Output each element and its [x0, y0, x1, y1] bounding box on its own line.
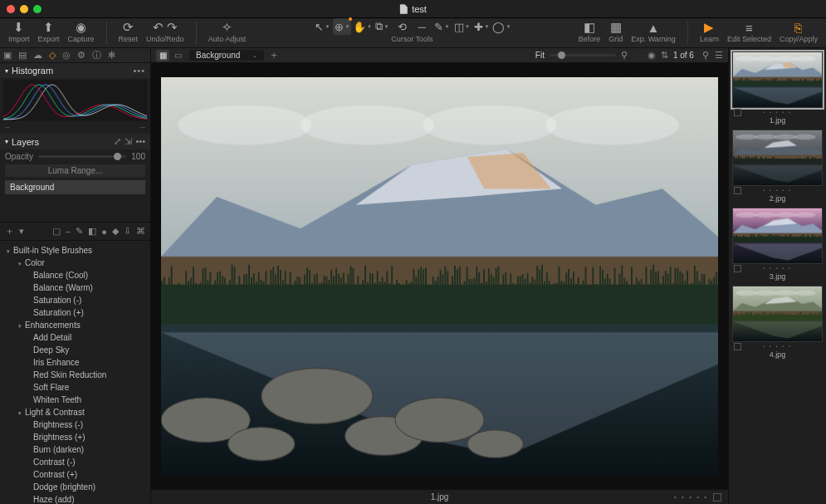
arrow-tool[interactable]: ↖▼ [313, 18, 331, 35]
grid-button[interactable]: ▦Grid [605, 18, 626, 48]
circle-icon[interactable]: ● [101, 227, 107, 237]
brush-item[interactable]: Dodge (brighten) [0, 481, 150, 493]
brush-item[interactable]: Burn (darken) [0, 443, 150, 456]
add-breadcrumb-button[interactable]: ＋ [269, 48, 279, 62]
brush-item[interactable]: Brightness (+) [0, 431, 150, 443]
more-icon[interactable]: ••• [135, 136, 145, 147]
before-button[interactable]: ◧Before [575, 18, 604, 48]
brush-item[interactable]: Iris Enhance [0, 356, 150, 369]
zoom-fit-label[interactable]: Fit [535, 51, 545, 60]
mask-minus-icon[interactable]: − [66, 227, 71, 237]
minimize-window-icon[interactable] [20, 5, 28, 13]
gear-icon[interactable]: ✻ [108, 50, 115, 61]
brush-item[interactable]: Saturation (-) [0, 294, 150, 306]
view-single-icon[interactable]: ▭ [171, 50, 184, 61]
expand-icon[interactable]: ⤢ [114, 136, 121, 147]
search-icon[interactable]: ⚲ [702, 50, 709, 60]
export-button[interactable]: ⬆Export [35, 18, 63, 48]
brush-root[interactable]: ▾Built-in Style Brushes [0, 244, 150, 257]
brush-group[interactable]: ▾Light & Contrast [0, 406, 150, 418]
more-icon[interactable]: ••• [133, 66, 145, 76]
person-icon[interactable]: ⇩ [124, 226, 131, 237]
brush-group[interactable]: ▾Color [0, 257, 150, 269]
breadcrumb-dropdown[interactable]: Background⌄ [189, 50, 264, 61]
brush-item[interactable]: Contrast (-) [0, 456, 150, 468]
heal-tool[interactable]: ✚▼ [472, 18, 491, 35]
canvas-area[interactable] [151, 63, 728, 489]
brush-item[interactable]: Balance (Warm) [0, 281, 150, 294]
thumbnail[interactable]: • • • • •2.jpg [732, 130, 823, 203]
zoom-slider[interactable] [550, 54, 616, 56]
horizon-tool[interactable]: ─ [413, 18, 431, 35]
target-icon[interactable]: ◎ [62, 50, 71, 61]
erase-tool[interactable]: ◫▼ [452, 18, 471, 35]
brush-item[interactable]: Brightness (-) [0, 418, 150, 431]
brush-item[interactable]: Haze (add) [0, 493, 150, 504]
brush-icon[interactable]: ✎ [76, 226, 83, 237]
brush-item[interactable]: Whiten Teeth [0, 394, 150, 406]
thumb-checkbox[interactable] [734, 343, 741, 350]
shape-icon[interactable]: ◆ [112, 226, 119, 237]
thumb-rating[interactable]: • • • • • [763, 110, 792, 115]
luma-range-button[interactable]: Luma Range... [5, 164, 145, 177]
thumb-rating[interactable]: • • • • • [763, 344, 792, 349]
brush-group[interactable]: ▾Enhancements [0, 319, 150, 331]
exposure-warning-button[interactable]: ▲Exp. Warning [628, 18, 679, 48]
mask-square-icon[interactable]: ▢ [52, 226, 61, 237]
brush-item[interactable]: Balance (Cool) [0, 269, 150, 281]
undo-redo-button[interactable]: ↶ ↷Undo/Redo [143, 18, 188, 48]
link-icon[interactable]: ⌘ [136, 226, 145, 237]
brush-item[interactable]: Red Skin Reduction [0, 369, 150, 381]
zoom-search-icon[interactable]: ⚲ [621, 50, 628, 61]
thumb-checkbox[interactable] [734, 265, 741, 272]
opacity-slider[interactable] [38, 155, 126, 158]
thumbnail[interactable]: • • • • •3.jpg [732, 208, 823, 281]
capture-button[interactable]: ◉Capture [65, 18, 98, 48]
copy-apply-button[interactable]: ⎘Copy/Apply [776, 18, 821, 48]
brush-tool[interactable]: ✎▼ [433, 18, 451, 35]
crop-tool[interactable]: ⧉▼ [373, 18, 391, 35]
import-button[interactable]: ⬇Import [5, 18, 33, 48]
view-grid-icon[interactable]: ▦ [156, 50, 169, 61]
close-window-icon[interactable] [7, 5, 15, 13]
thumb-rating[interactable]: • • • • • [763, 188, 792, 193]
filter-icon[interactable]: ☰ [715, 50, 723, 60]
brush-item[interactable]: Add Detail [0, 331, 150, 344]
layer-options-button[interactable]: ▾ [19, 226, 24, 237]
layer-item-background[interactable]: Background [5, 180, 145, 194]
sort-icon[interactable]: ⇅ [661, 50, 668, 61]
erase-icon: ◫ [454, 21, 464, 33]
thumb-rating[interactable]: • • • • • [763, 266, 792, 271]
thumbnail[interactable]: • • • • •4.jpg [732, 286, 823, 359]
brush-item[interactable]: Contrast (+) [0, 468, 150, 481]
rating-dots[interactable]: • • • • • [674, 493, 708, 501]
gradient-icon[interactable]: ◧ [88, 226, 96, 237]
add-layer-button[interactable]: ＋ [5, 225, 14, 237]
meta-icon[interactable]: ◇ [49, 50, 56, 61]
histogram-header[interactable]: ▾ Histogram ••• [0, 63, 150, 78]
cloud-icon[interactable]: ☁ [33, 50, 42, 61]
layers-header[interactable]: ▾ Layers ⤢ ⇲ ••• [0, 134, 150, 149]
thumbnail[interactable]: • • • • •1.jpg [732, 51, 823, 125]
brush-item[interactable]: Deep Sky [0, 344, 150, 356]
image-icon[interactable]: ▤ [18, 50, 27, 61]
reset-button[interactable]: ⟳Reset [115, 18, 142, 48]
thumb-checkbox[interactable] [734, 187, 741, 194]
info-icon[interactable]: ⓘ [92, 49, 101, 61]
hand-tool[interactable]: ✋▼ [353, 18, 371, 35]
brush-item[interactable]: Saturation (+) [0, 306, 150, 319]
rotate-tool[interactable]: ⟲ [393, 18, 411, 35]
edit-selected-button[interactable]: ≡Edit Selected [724, 18, 775, 48]
thumb-checkbox[interactable] [734, 109, 741, 116]
lasso-tool[interactable]: ◯▼ [492, 18, 511, 35]
visibility-icon[interactable]: ◉ [648, 50, 656, 61]
picker-tool[interactable]: ⊕▼ [333, 18, 351, 35]
auto-adjust-button[interactable]: ✧Auto Adjust [205, 18, 250, 48]
zoom-window-icon[interactable] [33, 5, 42, 13]
adjust-icon[interactable]: ⚙ [77, 50, 86, 61]
folder-icon[interactable]: ▣ [3, 50, 12, 61]
collapse-icon[interactable]: ⇲ [125, 136, 132, 147]
brush-item[interactable]: Soft Flare [0, 381, 150, 394]
select-checkbox[interactable] [713, 493, 721, 502]
learn-button[interactable]: ▶Learn [696, 18, 722, 48]
